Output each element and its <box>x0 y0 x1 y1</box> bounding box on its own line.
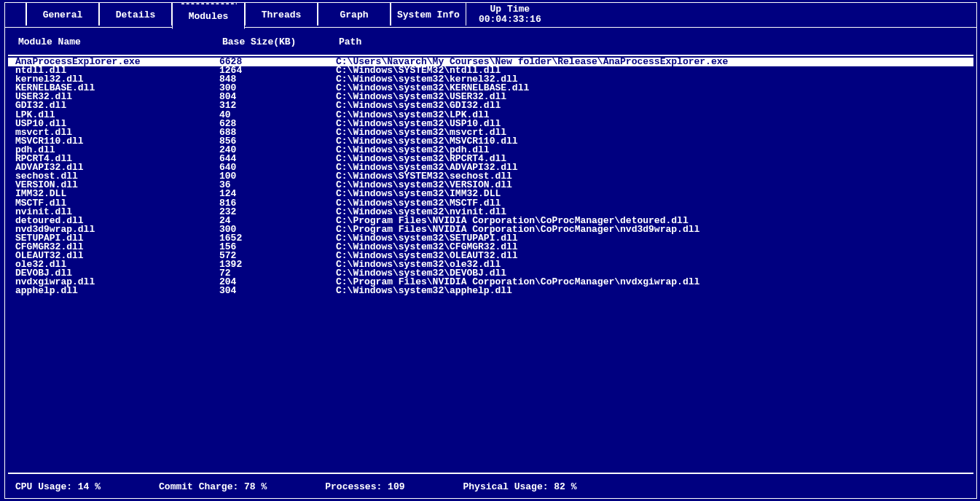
main-window: GeneralDetails-------------ModulesThread… <box>4 2 977 499</box>
cell-base-size: 1652 <box>219 234 336 243</box>
tab-system-info[interactable]: System Info <box>391 2 466 26</box>
cell-base-size: 240 <box>219 146 336 155</box>
tab-graph[interactable]: Graph <box>318 2 391 26</box>
cell-base-size: 72 <box>219 269 336 278</box>
cell-base-size: 688 <box>219 128 336 137</box>
tab-label: General <box>43 10 83 20</box>
tab-label: Modules <box>189 12 229 22</box>
column-headers: Module Name Base Size(KB) Path <box>8 28 973 56</box>
header-module-name[interactable]: Module Name <box>18 36 222 47</box>
tab-details[interactable]: Details <box>99 2 172 26</box>
status-commit: Commit Charge: 78 % <box>159 481 267 492</box>
tab-label: Details <box>116 10 156 20</box>
cell-base-size: 640 <box>219 163 336 172</box>
status-processes: Processes: 109 <box>325 481 404 492</box>
status-physical: Physical Usage: 82 % <box>463 481 576 492</box>
tab-label: System Info <box>397 10 460 20</box>
table-row[interactable]: apphelp.dll304C:\Windows\system32\apphel… <box>8 287 973 295</box>
cell-base-size: 312 <box>219 101 336 110</box>
cell-base-size: 124 <box>219 190 336 198</box>
cell-base-size: 156 <box>219 243 336 252</box>
tab-label: Graph <box>340 10 368 20</box>
cell-base-size: 856 <box>219 137 336 146</box>
uptime-value: 00:04:33:16 <box>479 15 541 25</box>
tabs-row: GeneralDetails-------------ModulesThread… <box>4 2 976 26</box>
cell-module-name: apphelp.dll <box>15 287 219 295</box>
cell-base-size: 804 <box>219 93 336 101</box>
cell-path: C:\Windows\system32\apphelp.dll <box>336 287 973 295</box>
cell-base-size: 36 <box>219 181 336 190</box>
status-bar: CPU Usage: 14 % Commit Charge: 78 % Proc… <box>5 474 976 498</box>
uptime-block: Up Time00:04:33:16 <box>466 2 554 26</box>
header-base-size[interactable]: Base Size(KB) <box>222 36 339 47</box>
cell-base-size: 816 <box>219 199 336 208</box>
cell-base-size: 848 <box>219 75 336 84</box>
cell-base-size: 100 <box>219 172 336 181</box>
cell-base-size: 232 <box>219 208 336 217</box>
cell-base-size: 300 <box>219 84 336 93</box>
uptime-label: Up Time <box>479 4 541 15</box>
table-row[interactable]: GDI32.dll312C:\Windows\system32\GDI32.dl… <box>8 101 973 110</box>
cell-base-size: 40 <box>219 111 336 120</box>
cell-base-size: 304 <box>219 287 336 295</box>
cell-base-size: 24 <box>219 217 336 225</box>
cell-base-size: 644 <box>219 155 336 163</box>
tab-general[interactable]: General <box>26 2 99 26</box>
status-cpu: CPU Usage: 14 % <box>15 481 101 492</box>
tab-selection-indicator: ------------- <box>180 0 237 9</box>
tab-label: Threads <box>262 10 302 20</box>
header-path[interactable]: Path <box>339 36 973 47</box>
module-list[interactable]: AnaProcessExplorer.exe6628C:\Users\Navar… <box>5 56 976 473</box>
tab-modules[interactable]: -------------Modules <box>172 2 245 29</box>
cell-base-size: 1264 <box>219 66 336 75</box>
tab-spacer <box>4 2 26 26</box>
tab-threads[interactable]: Threads <box>245 2 318 26</box>
cell-base-size: 1392 <box>219 260 336 269</box>
table-row[interactable]: MSVCR110.dll856C:\Windows\system32\MSVCR… <box>8 137 973 146</box>
cell-base-size: 204 <box>219 278 336 287</box>
cell-base-size: 628 <box>219 120 336 128</box>
